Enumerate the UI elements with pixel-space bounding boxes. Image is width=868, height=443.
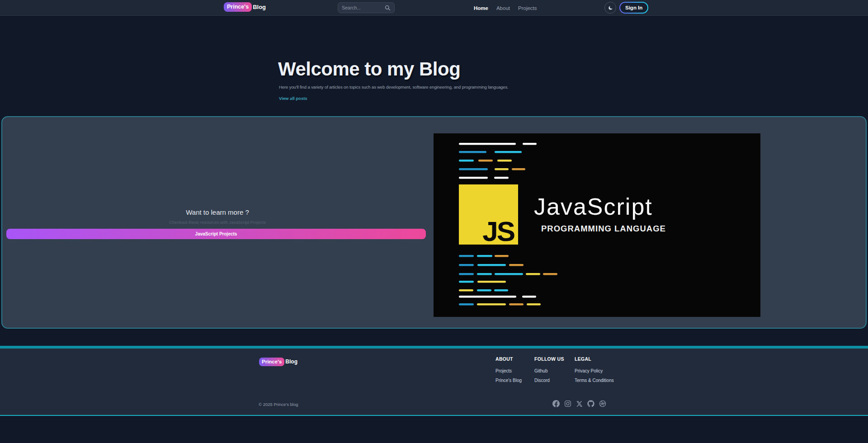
footer-column-title: ABOUT bbox=[495, 356, 522, 362]
github-icon[interactable] bbox=[587, 400, 594, 407]
footer: Prince's Blog ABOUT Projects Prince's Bl… bbox=[0, 349, 868, 415]
moon-icon bbox=[608, 5, 613, 10]
hero-section: Welcome to my Blog Here you'll find a va… bbox=[0, 16, 868, 116]
instagram-icon[interactable] bbox=[564, 400, 571, 407]
code-lines-decoration-top bbox=[459, 141, 538, 179]
nav-item-projects[interactable]: Projects bbox=[518, 5, 537, 11]
search-icon bbox=[385, 5, 391, 11]
footer-logo[interactable]: Prince's Blog bbox=[259, 358, 297, 366]
footer-column-legal: LEGAL Privacy Policy Terms & Conditions bbox=[575, 356, 614, 387]
js-banner-subtitle: PROGRAMMING LANGUAGE bbox=[541, 224, 666, 234]
hero-subtitle: Here you'll find a variety of articles o… bbox=[279, 85, 509, 90]
footer-column-title: FOLLOW US bbox=[534, 356, 564, 362]
header: Prince's Blog Home About Projects Sign I… bbox=[0, 0, 868, 16]
nav-item-home[interactable]: Home bbox=[474, 5, 488, 11]
footer-column-about: ABOUT Projects Prince's Blog bbox=[495, 356, 522, 387]
javascript-banner-image: JS JavaScript PROGRAMMING LANGUAGE bbox=[434, 133, 760, 317]
nav-item-about[interactable]: About bbox=[496, 5, 510, 11]
footer-link-github[interactable]: Github bbox=[534, 368, 564, 374]
search-box[interactable] bbox=[338, 2, 395, 13]
resources-card: Want to learn more ? Checkout these reso… bbox=[1, 116, 867, 329]
hero-title: Welcome to my Blog bbox=[278, 59, 460, 80]
social-links bbox=[552, 400, 606, 407]
x-twitter-icon[interactable] bbox=[576, 401, 583, 407]
sign-in-button[interactable]: Sign In bbox=[619, 2, 648, 14]
theme-toggle-button[interactable] bbox=[604, 2, 616, 14]
logo-badge: Prince's bbox=[224, 2, 252, 12]
footer-column-follow-us: FOLLOW US Github Discord bbox=[534, 356, 564, 387]
page: Prince's Blog Home About Projects Sign I… bbox=[0, 0, 868, 443]
cta-subheading: Checkout these resources with JavaScript… bbox=[2, 220, 433, 225]
search-input[interactable] bbox=[342, 5, 385, 10]
footer-logo-badge: Prince's bbox=[259, 358, 284, 366]
footer-link-princes-blog[interactable]: Prince's Blog bbox=[495, 377, 522, 383]
main-nav: Home About Projects bbox=[474, 0, 537, 16]
footer-link-terms-conditions[interactable]: Terms & Conditions bbox=[575, 377, 614, 383]
footer-bottom-divider bbox=[0, 415, 868, 416]
footer-logo-suffix: Blog bbox=[285, 358, 297, 365]
footer-link-projects[interactable]: Projects bbox=[495, 368, 522, 374]
site-logo[interactable]: Prince's Blog bbox=[224, 2, 266, 12]
logo-suffix: Blog bbox=[253, 4, 266, 10]
copyright-text: © 2025 Prince's blog bbox=[259, 402, 298, 407]
footer-link-privacy-policy[interactable]: Privacy Policy bbox=[575, 368, 614, 374]
js-logo: JS bbox=[459, 184, 518, 245]
facebook-icon[interactable] bbox=[552, 400, 560, 407]
footer-link-discord[interactable]: Discord bbox=[534, 377, 564, 383]
view-all-posts-link[interactable]: View all posts bbox=[279, 96, 307, 101]
js-banner-title: JavaScript bbox=[534, 193, 653, 220]
code-lines-decoration-bottom bbox=[459, 254, 558, 307]
cta-heading: Want to learn more ? bbox=[2, 208, 433, 216]
dribbble-icon[interactable] bbox=[599, 400, 606, 407]
javascript-projects-button[interactable]: JavaScript Projects bbox=[6, 229, 426, 239]
footer-column-title: LEGAL bbox=[575, 356, 614, 362]
